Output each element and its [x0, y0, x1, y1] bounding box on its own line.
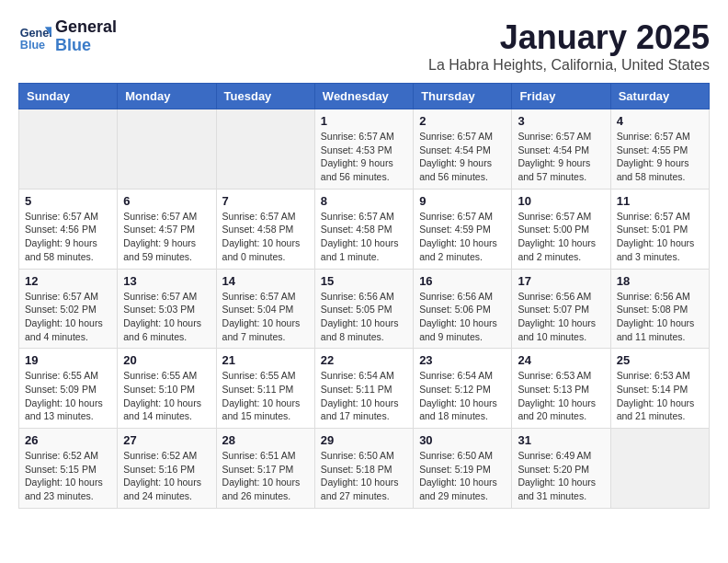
calendar-cell: 4Sunrise: 6:57 AM Sunset: 4:55 PM Daylig… — [610, 109, 709, 190]
day-number: 26 — [25, 433, 111, 447]
day-info: Sunrise: 6:55 AM Sunset: 5:10 PM Dayligh… — [123, 369, 210, 423]
calendar-cell: 10Sunrise: 6:57 AM Sunset: 5:00 PM Dayli… — [512, 189, 610, 269]
calendar-cell: 15Sunrise: 6:56 AM Sunset: 5:05 PM Dayli… — [314, 269, 413, 349]
day-number: 20 — [123, 353, 210, 367]
logo-text: General Blue — [55, 18, 117, 55]
calendar-cell — [216, 109, 314, 190]
day-number: 9 — [419, 194, 506, 208]
calendar-cell: 1Sunrise: 6:57 AM Sunset: 4:53 PM Daylig… — [314, 109, 413, 190]
day-number: 30 — [419, 433, 506, 447]
calendar-cell: 31Sunrise: 6:49 AM Sunset: 5:20 PM Dayli… — [512, 429, 610, 509]
calendar-cell: 8Sunrise: 6:57 AM Sunset: 4:58 PM Daylig… — [314, 189, 413, 269]
col-monday: Monday — [118, 84, 216, 109]
day-number: 16 — [419, 274, 506, 288]
day-number: 23 — [419, 353, 506, 367]
calendar-cell: 7Sunrise: 6:57 AM Sunset: 4:58 PM Daylig… — [216, 189, 314, 269]
week-row-1: 1Sunrise: 6:57 AM Sunset: 4:53 PM Daylig… — [19, 109, 710, 190]
day-number: 8 — [321, 194, 407, 208]
day-info: Sunrise: 6:56 AM Sunset: 5:06 PM Dayligh… — [419, 290, 506, 344]
calendar-cell: 14Sunrise: 6:57 AM Sunset: 5:04 PM Dayli… — [216, 269, 314, 349]
day-info: Sunrise: 6:57 AM Sunset: 4:57 PM Dayligh… — [123, 210, 210, 264]
week-row-4: 19Sunrise: 6:55 AM Sunset: 5:09 PM Dayli… — [19, 349, 710, 429]
calendar-cell: 18Sunrise: 6:56 AM Sunset: 5:08 PM Dayli… — [610, 269, 709, 349]
col-thursday: Thursday — [414, 84, 512, 109]
day-info: Sunrise: 6:57 AM Sunset: 5:00 PM Dayligh… — [518, 210, 604, 264]
col-sunday: Sunday — [19, 84, 118, 109]
day-number: 3 — [518, 114, 604, 128]
day-info: Sunrise: 6:57 AM Sunset: 4:56 PM Dayligh… — [25, 210, 111, 264]
calendar-cell: 27Sunrise: 6:52 AM Sunset: 5:16 PM Dayli… — [118, 429, 216, 509]
logo: General Blue General Blue — [18, 18, 117, 55]
calendar-cell: 17Sunrise: 6:56 AM Sunset: 5:07 PM Dayli… — [512, 269, 610, 349]
calendar-cell: 13Sunrise: 6:57 AM Sunset: 5:03 PM Dayli… — [118, 269, 216, 349]
day-number: 27 — [123, 433, 210, 447]
day-info: Sunrise: 6:57 AM Sunset: 4:58 PM Dayligh… — [222, 210, 309, 264]
day-info: Sunrise: 6:57 AM Sunset: 4:54 PM Dayligh… — [518, 130, 604, 184]
calendar-cell: 3Sunrise: 6:57 AM Sunset: 4:54 PM Daylig… — [512, 109, 610, 190]
svg-text:Blue: Blue — [20, 38, 45, 51]
day-number: 13 — [123, 274, 210, 288]
day-number: 17 — [518, 274, 604, 288]
day-number: 22 — [321, 353, 407, 367]
day-number: 12 — [25, 274, 111, 288]
day-number: 28 — [222, 433, 309, 447]
day-info: Sunrise: 6:53 AM Sunset: 5:14 PM Dayligh… — [617, 369, 703, 423]
day-number: 31 — [518, 433, 604, 447]
day-info: Sunrise: 6:57 AM Sunset: 4:58 PM Dayligh… — [321, 210, 407, 264]
day-number: 19 — [25, 353, 111, 367]
day-number: 2 — [419, 114, 506, 128]
calendar-cell: 25Sunrise: 6:53 AM Sunset: 5:14 PM Dayli… — [610, 349, 709, 429]
calendar-cell: 29Sunrise: 6:50 AM Sunset: 5:18 PM Dayli… — [314, 429, 413, 509]
day-info: Sunrise: 6:57 AM Sunset: 5:02 PM Dayligh… — [25, 290, 111, 344]
calendar-title: January 2025 — [428, 18, 710, 57]
calendar-table: Sunday Monday Tuesday Wednesday Thursday… — [18, 83, 710, 509]
day-number: 25 — [617, 353, 703, 367]
calendar-cell — [610, 429, 709, 509]
calendar-cell — [118, 109, 216, 190]
day-number: 1 — [321, 114, 407, 128]
week-row-2: 5Sunrise: 6:57 AM Sunset: 4:56 PM Daylig… — [19, 189, 710, 269]
logo-line1: General — [55, 18, 117, 37]
day-number: 6 — [123, 194, 210, 208]
day-info: Sunrise: 6:56 AM Sunset: 5:07 PM Dayligh… — [518, 290, 604, 344]
calendar-cell: 6Sunrise: 6:57 AM Sunset: 4:57 PM Daylig… — [118, 189, 216, 269]
day-info: Sunrise: 6:57 AM Sunset: 4:55 PM Dayligh… — [617, 130, 703, 184]
calendar-cell: 20Sunrise: 6:55 AM Sunset: 5:10 PM Dayli… — [118, 349, 216, 429]
day-info: Sunrise: 6:49 AM Sunset: 5:20 PM Dayligh… — [518, 449, 604, 503]
calendar-cell: 21Sunrise: 6:55 AM Sunset: 5:11 PM Dayli… — [216, 349, 314, 429]
day-info: Sunrise: 6:55 AM Sunset: 5:11 PM Dayligh… — [222, 369, 309, 423]
calendar-cell: 28Sunrise: 6:51 AM Sunset: 5:17 PM Dayli… — [216, 429, 314, 509]
day-info: Sunrise: 6:51 AM Sunset: 5:17 PM Dayligh… — [222, 449, 309, 503]
day-info: Sunrise: 6:57 AM Sunset: 5:04 PM Dayligh… — [222, 290, 309, 344]
day-info: Sunrise: 6:56 AM Sunset: 5:05 PM Dayligh… — [321, 290, 407, 344]
calendar-cell — [19, 109, 118, 190]
page-header: General Blue General Blue January 2025 L… — [18, 18, 710, 74]
day-info: Sunrise: 6:57 AM Sunset: 5:03 PM Dayligh… — [123, 290, 210, 344]
day-info: Sunrise: 6:53 AM Sunset: 5:13 PM Dayligh… — [518, 369, 604, 423]
calendar-cell: 26Sunrise: 6:52 AM Sunset: 5:15 PM Dayli… — [19, 429, 118, 509]
day-number: 24 — [518, 353, 604, 367]
calendar-cell: 23Sunrise: 6:54 AM Sunset: 5:12 PM Dayli… — [414, 349, 512, 429]
day-number: 15 — [321, 274, 407, 288]
calendar-cell: 12Sunrise: 6:57 AM Sunset: 5:02 PM Dayli… — [19, 269, 118, 349]
day-number: 29 — [321, 433, 407, 447]
col-tuesday: Tuesday — [216, 84, 314, 109]
col-wednesday: Wednesday — [314, 84, 413, 109]
day-number: 18 — [617, 274, 703, 288]
day-number: 14 — [222, 274, 309, 288]
calendar-cell: 24Sunrise: 6:53 AM Sunset: 5:13 PM Dayli… — [512, 349, 610, 429]
col-saturday: Saturday — [610, 84, 709, 109]
day-info: Sunrise: 6:50 AM Sunset: 5:19 PM Dayligh… — [419, 449, 506, 503]
day-number: 10 — [518, 194, 604, 208]
calendar-cell: 30Sunrise: 6:50 AM Sunset: 5:19 PM Dayli… — [414, 429, 512, 509]
calendar-cell: 9Sunrise: 6:57 AM Sunset: 4:59 PM Daylig… — [414, 189, 512, 269]
day-info: Sunrise: 6:52 AM Sunset: 5:15 PM Dayligh… — [25, 449, 111, 503]
calendar-cell: 22Sunrise: 6:54 AM Sunset: 5:11 PM Dayli… — [314, 349, 413, 429]
col-friday: Friday — [512, 84, 610, 109]
day-info: Sunrise: 6:50 AM Sunset: 5:18 PM Dayligh… — [321, 449, 407, 503]
day-number: 7 — [222, 194, 309, 208]
day-info: Sunrise: 6:57 AM Sunset: 5:01 PM Dayligh… — [617, 210, 703, 264]
calendar-cell: 11Sunrise: 6:57 AM Sunset: 5:01 PM Dayli… — [610, 189, 709, 269]
day-info: Sunrise: 6:56 AM Sunset: 5:08 PM Dayligh… — [617, 290, 703, 344]
day-number: 11 — [617, 194, 703, 208]
